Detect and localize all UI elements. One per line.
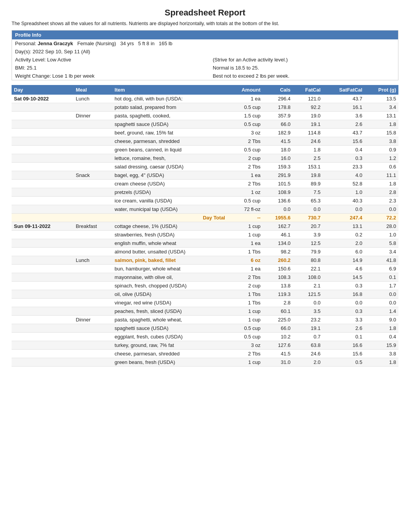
row-satfatcal: 3.3: [323, 316, 364, 324]
row-satfatcal: 43.7: [323, 95, 364, 103]
row-satfatcal: 43.7: [323, 129, 364, 137]
row-item: pretzels (USDA): [112, 188, 227, 197]
row-fatcal: 0.0: [293, 205, 323, 214]
row-prot: 2.8: [364, 188, 398, 197]
row-fatcal: 3.5: [293, 307, 323, 316]
row-item: peaches, fresh, sliced (USDA): [112, 307, 227, 316]
personal-name: Jenna Graczyk: [38, 41, 73, 46]
table-row: eggplant, fresh, cubes (USDA) 0.5 cup 10…: [12, 333, 398, 341]
row-cals: 18.0: [263, 146, 293, 154]
row-satfatcal: 4.0: [323, 171, 364, 180]
table-row: Day Total -- 1955.6 730.7 247.4 72.2: [12, 214, 398, 222]
row-prot: 0.0: [364, 290, 398, 299]
row-day: [12, 231, 73, 239]
table-row: strawberries, fresh (USDA) 1 cup 46.1 3.…: [12, 231, 398, 239]
row-satfatcal: 15.6: [323, 137, 364, 146]
row-meal: [73, 290, 112, 299]
row-prot: 0.6: [364, 163, 398, 171]
page-title: Spreadsheet Report: [12, 8, 398, 18]
row-amount: 0.5 cup: [227, 324, 263, 333]
row-cals: 41.5: [263, 137, 293, 146]
row-day: [12, 171, 73, 180]
row-item: cottage cheese, 1% (USDA): [112, 222, 227, 231]
row-day: [12, 256, 73, 265]
row-cals: 46.1: [263, 231, 293, 239]
table-row: ice cream, vanilla (USDA) 0.5 cup 136.6 …: [12, 197, 398, 205]
row-meal: [73, 129, 112, 137]
row-meal: [73, 103, 112, 112]
row-fatcal: 19.8: [293, 171, 323, 180]
row-fatcal: 92.2: [293, 103, 323, 112]
row-meal: [73, 324, 112, 333]
row-cals: 41.5: [263, 350, 293, 358]
row-satfatcal: 0.4: [323, 146, 364, 154]
row-prot: 5.8: [364, 239, 398, 248]
row-prot: 3.8: [364, 137, 398, 146]
profile-activity-row: Activity Level: Low Active (Strive for a…: [12, 56, 398, 64]
weight-change-value: Lose 1 lb per week: [53, 73, 95, 79]
row-meal: Lunch: [73, 95, 112, 103]
row-prot: 2.3: [364, 197, 398, 205]
weight-change-label: Weight Change: Lose 1 lb per week: [15, 73, 197, 79]
row-cals: 357.9: [263, 112, 293, 120]
row-day: [12, 103, 73, 112]
row-fatcal: 79.9: [293, 248, 323, 256]
row-meal: Lunch: [73, 256, 112, 265]
row-amount: 1 cup: [227, 358, 263, 367]
row-item: spinach, fresh, chopped (USDA): [112, 282, 227, 290]
row-satfatcal: 1.0: [323, 188, 364, 197]
row-meal: [73, 188, 112, 197]
row-meal: [73, 205, 112, 214]
table-row: Sun 09-11-2022 Breakfast cottage cheese,…: [12, 222, 398, 231]
row-prot: 1.0: [364, 231, 398, 239]
row-prot: 1.4: [364, 307, 398, 316]
row-cals: 66.0: [263, 324, 293, 333]
row-satfatcal: 2.6: [323, 120, 364, 129]
row-item: cream cheese (USDA): [112, 180, 227, 188]
table-row: spaghetti sauce (USDA) 0.5 cup 66.0 19.1…: [12, 120, 398, 129]
row-satfatcal: 23.3: [323, 163, 364, 171]
day-total-label: [12, 214, 112, 222]
row-fatcal: 2.1: [293, 282, 323, 290]
row-day: [12, 273, 73, 282]
row-meal: [73, 282, 112, 290]
table-row: beef, ground, raw, 15% fat 3 oz 182.9 11…: [12, 129, 398, 137]
table-row: Sat 09-10-2022 Lunch hot dog, chili, wit…: [12, 95, 398, 103]
row-meal: [73, 231, 112, 239]
row-fatcal: 20.7: [293, 222, 323, 231]
row-prot: 13.5: [364, 95, 398, 103]
weight: 165 lb: [159, 41, 172, 46]
row-day: [12, 299, 73, 307]
row-day: [12, 265, 73, 273]
row-item: eggplant, fresh, cubes (USDA): [112, 333, 227, 341]
row-prot: 1.7: [364, 282, 398, 290]
row-meal: [73, 137, 112, 146]
table-row: Dinner pasta, spaghetti, whole wheat, 1 …: [12, 316, 398, 324]
row-amount: 1 Tbs: [227, 290, 263, 299]
table-row: green beans, canned, in liquid 0.5 cup 1…: [12, 146, 398, 154]
day-total-satfatcal: 247.4: [323, 214, 364, 222]
table-row: peaches, fresh, sliced (USDA) 1 cup 60.1…: [12, 307, 398, 316]
row-cals: 134.0: [263, 239, 293, 248]
height: 5 ft 8 in: [138, 41, 155, 46]
row-item: pasta, spaghetti, cooked,: [112, 112, 227, 120]
row-satfatcal: 0.1: [323, 333, 364, 341]
table-row: oil, olive (USDA) 1 Tbs 119.3 121.5 16.8…: [12, 290, 398, 299]
row-fatcal: 19.0: [293, 112, 323, 120]
row-meal: Dinner: [73, 112, 112, 120]
row-amount: 2 Tbs: [227, 163, 263, 171]
row-item: spaghetti sauce (USDA): [112, 324, 227, 333]
row-item: almond butter, unsalted (USDA): [112, 248, 227, 256]
row-day: [12, 358, 73, 367]
row-amount: 0.5 cup: [227, 197, 263, 205]
row-amount: 72 fl-oz: [227, 205, 263, 214]
row-satfatcal: 2.0: [323, 239, 364, 248]
table-row: spaghetti sauce (USDA) 0.5 cup 66.0 19.1…: [12, 324, 398, 333]
row-meal: [73, 180, 112, 188]
row-amount: 1 cup: [227, 231, 263, 239]
activity-label: Activity Level: Low Active: [15, 57, 197, 63]
row-satfatcal: 0.2: [323, 231, 364, 239]
row-item: vinegar, red wine (USDA): [112, 299, 227, 307]
row-cals: 31.0: [263, 358, 293, 367]
row-satfatcal: 16.6: [323, 341, 364, 350]
